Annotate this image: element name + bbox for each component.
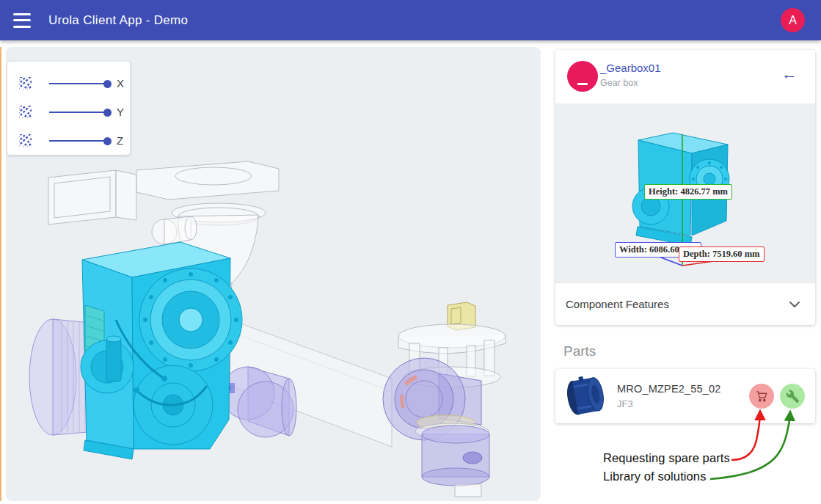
left-accent-rail [0, 47, 1, 501]
axis-row-x: X [19, 69, 130, 98]
axis-row-z: Z [19, 126, 130, 155]
request-spare-part-button[interactable] [749, 384, 774, 409]
component-features-label: Component Features [566, 298, 669, 310]
app-bar: Urola Client App - Demo A [0, 0, 821, 40]
part-list-item[interactable]: MRO_MZPE2_55_02 JF3 [555, 369, 815, 423]
dimension-depth-label: Depth: 7519.60 mm [679, 246, 765, 262]
axis-legend: X Y Z [7, 62, 130, 155]
parts-section-heading: Parts [563, 343, 596, 359]
annotation-library: Library of solutions [603, 470, 707, 483]
component-subtitle: Gear box [600, 78, 661, 88]
part-thumbnail [564, 375, 605, 417]
library-of-solutions-button[interactable] [780, 384, 805, 409]
clip-plane-icon [19, 77, 32, 90]
dimension-height-label: Height: 4826.77 mm [644, 184, 732, 200]
component-features-toggle[interactable]: Component Features [555, 282, 815, 325]
back-arrow-icon[interactable]: ← [781, 66, 798, 82]
annotation-spare-parts: Requesting spare parts [603, 451, 730, 465]
chevron-down-icon [789, 301, 800, 308]
component-detail-header: _Gearbox01 Gear box ← [555, 50, 815, 103]
axis-slider-z[interactable] [49, 136, 108, 145]
axis-label-z: Z [117, 134, 123, 147]
user-avatar[interactable]: A [781, 8, 805, 32]
shopping-cart-icon [755, 390, 768, 403]
component-avatar [567, 61, 598, 92]
axis-slider-y[interactable] [49, 108, 108, 117]
part-name: MRO_MZPE2_55_02 [617, 383, 749, 395]
3d-viewer[interactable]: X Y Z [6, 47, 541, 501]
component-title-link[interactable]: _Gearbox01 [600, 62, 661, 74]
right-assembly [383, 302, 506, 497]
axis-slider-x[interactable] [49, 79, 108, 88]
menu-icon[interactable] [13, 13, 32, 28]
component-detail-card: _Gearbox01 Gear box ← [555, 50, 815, 325]
axis-label-x: X [117, 77, 124, 90]
axis-row-y: Y [19, 98, 130, 126]
clip-plane-icon [19, 106, 32, 118]
wrench-icon [786, 390, 800, 403]
clip-plane-icon [19, 134, 32, 147]
component-thumbnail: Height: 4826.77 mm Width: 6086.60 mm Dep… [555, 103, 815, 282]
gearbox-model [81, 242, 242, 459]
axis-label-y: Y [117, 106, 124, 118]
app-title: Urola Client App - Demo [48, 13, 188, 28]
part-code: JF3 [617, 398, 749, 409]
